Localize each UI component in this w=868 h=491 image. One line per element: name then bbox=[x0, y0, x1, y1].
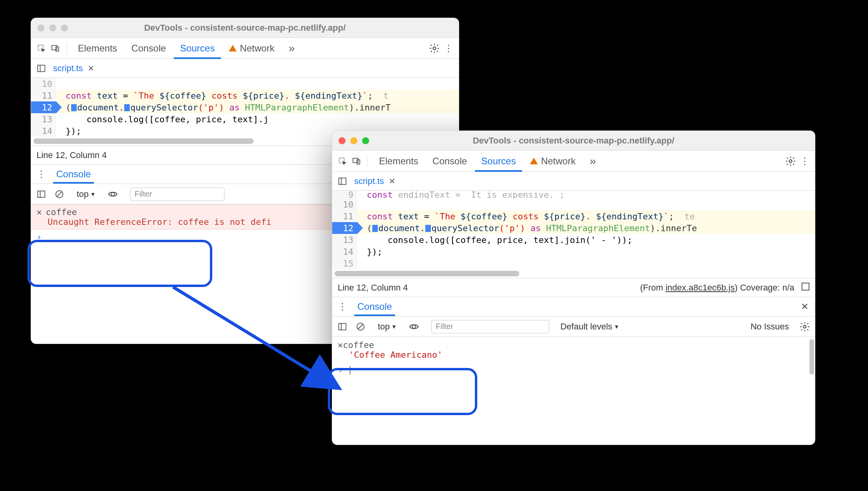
filter-input[interactable]: Filter bbox=[431, 320, 549, 333]
tab-network[interactable]: Network bbox=[223, 38, 281, 59]
collapse-icon[interactable]: ✕ bbox=[338, 340, 343, 350]
live-expression-icon[interactable] bbox=[408, 320, 420, 333]
warning-icon bbox=[530, 158, 538, 164]
panel-toggle-icon[interactable] bbox=[35, 62, 48, 75]
inspect-icon[interactable] bbox=[336, 155, 349, 167]
coverage-bar-icon[interactable] bbox=[802, 283, 809, 291]
overlay-badge-icon bbox=[71, 104, 77, 111]
main-toolbar: Elements Console Sources Network » ⋮ bbox=[332, 151, 815, 172]
traffic-lights[interactable] bbox=[338, 137, 369, 144]
cursor-position: Line 12, Column 4 bbox=[338, 283, 408, 293]
svg-line-20 bbox=[358, 324, 363, 329]
context-selector[interactable]: top ▼ bbox=[378, 322, 397, 332]
window-title: DevTools - consistent-source-map-pc.netl… bbox=[338, 136, 809, 146]
file-tabs: script.ts ✕ bbox=[332, 172, 815, 191]
source-map-link[interactable]: index.a8c1ec6b.js bbox=[666, 283, 735, 292]
vertical-scrollbar[interactable] bbox=[809, 339, 814, 375]
filter-input[interactable]: Filter bbox=[130, 188, 224, 201]
exec-line-number: 12 bbox=[31, 101, 56, 113]
line-number: 15 bbox=[332, 257, 357, 269]
text-caret bbox=[350, 366, 350, 375]
tab-sources[interactable]: Sources bbox=[475, 151, 522, 172]
minimize-icon[interactable] bbox=[49, 24, 56, 31]
svg-rect-17 bbox=[339, 323, 346, 330]
inspect-icon[interactable] bbox=[35, 42, 48, 55]
tab-console[interactable]: Console bbox=[125, 38, 172, 59]
drawer-tab-console[interactable]: Console bbox=[53, 165, 94, 184]
warning-icon bbox=[229, 45, 237, 51]
context-selector[interactable]: top ▼ bbox=[77, 189, 96, 199]
tabs-overflow[interactable]: » bbox=[583, 151, 602, 172]
console-result: 'Coffee Americano' bbox=[338, 350, 809, 360]
overlay-badge-icon bbox=[425, 225, 431, 232]
close-tab-icon[interactable]: ✕ bbox=[88, 64, 94, 73]
kebab-icon[interactable]: ⋮ bbox=[35, 168, 48, 180]
clear-console-icon[interactable] bbox=[354, 320, 367, 333]
svg-rect-15 bbox=[339, 178, 346, 184]
tab-elements[interactable]: Elements bbox=[373, 151, 425, 172]
evaluated-expression: coffee bbox=[46, 207, 77, 217]
drawer-tab-console[interactable]: Console bbox=[354, 297, 395, 316]
horizontal-scrollbar[interactable] bbox=[335, 271, 519, 276]
line-number: 10 bbox=[332, 199, 357, 210]
line-number: 10 bbox=[31, 78, 56, 90]
svg-point-14 bbox=[789, 160, 792, 162]
log-levels[interactable]: Default levels ▼ bbox=[560, 322, 619, 332]
sidebar-toggle-icon[interactable] bbox=[336, 320, 349, 333]
overlay-badge-icon bbox=[372, 225, 378, 232]
panel-toggle-icon[interactable] bbox=[336, 175, 349, 188]
device-toggle-icon[interactable] bbox=[49, 42, 62, 55]
tab-console[interactable]: Console bbox=[426, 151, 473, 172]
kebab-icon[interactable]: ⋮ bbox=[442, 42, 455, 55]
tabs-overflow[interactable]: » bbox=[282, 38, 301, 59]
code-line-12: (document.querySelector('p') as HTMLPara… bbox=[357, 223, 697, 233]
code-editor[interactable]: 9const endingText = It is expensive. ; 1… bbox=[332, 191, 815, 278]
live-expression-icon[interactable] bbox=[107, 188, 119, 200]
svg-point-21 bbox=[412, 325, 416, 328]
close-tab-icon[interactable]: ✕ bbox=[389, 177, 395, 186]
tab-elements[interactable]: Elements bbox=[72, 38, 123, 59]
error-x-icon: ✕ bbox=[37, 207, 42, 217]
line-number: 13 bbox=[31, 113, 56, 125]
devtools-window-right: DevTools - consistent-source-map-pc.netl… bbox=[332, 131, 815, 445]
code-line-14: }); bbox=[357, 247, 383, 257]
settings-icon[interactable] bbox=[798, 320, 811, 333]
code-line-11: const text = `The ${coffee} costs ${pric… bbox=[56, 91, 388, 101]
close-icon[interactable] bbox=[338, 137, 346, 144]
horizontal-scrollbar[interactable] bbox=[33, 138, 254, 144]
close-icon[interactable] bbox=[37, 24, 44, 31]
code-line-11: const text = `The ${coffee} costs ${pric… bbox=[357, 211, 695, 221]
file-tab-script[interactable]: script.ts ✕ bbox=[53, 63, 94, 74]
code-line-14: }); bbox=[56, 126, 81, 136]
titlebar: DevTools - consistent-source-map-pc.netl… bbox=[31, 18, 459, 38]
file-tab-label: script.ts bbox=[53, 63, 83, 74]
exec-line-number: 12 bbox=[332, 222, 357, 234]
file-tab-script[interactable]: script.ts ✕ bbox=[354, 176, 395, 186]
zoom-icon[interactable] bbox=[362, 137, 369, 144]
kebab-icon[interactable]: ⋮ bbox=[798, 155, 811, 167]
source-map-origin: (From index.a8c1ec6b.js) Coverage: n/a bbox=[640, 283, 809, 293]
line-number: 14 bbox=[332, 246, 357, 257]
line-number: 13 bbox=[332, 234, 357, 246]
close-drawer-icon[interactable]: ✕ bbox=[798, 300, 811, 313]
tab-network[interactable]: Network bbox=[524, 151, 582, 172]
zoom-icon[interactable] bbox=[61, 24, 68, 31]
svg-rect-6 bbox=[38, 191, 45, 197]
console-prompt[interactable]: › bbox=[332, 363, 815, 377]
line-number: 11 bbox=[332, 210, 357, 222]
sidebar-toggle-icon[interactable] bbox=[35, 188, 48, 200]
traffic-lights[interactable] bbox=[37, 24, 68, 31]
settings-icon[interactable] bbox=[784, 155, 797, 167]
svg-line-9 bbox=[57, 192, 62, 197]
settings-icon[interactable] bbox=[428, 42, 441, 55]
console-toolbar: top ▼ Filter Default levels ▼ No Issues bbox=[332, 316, 815, 337]
code-line-9: const endingText = It is expensive. ; bbox=[357, 191, 565, 199]
kebab-icon[interactable]: ⋮ bbox=[336, 300, 349, 313]
tab-sources[interactable]: Sources bbox=[174, 38, 221, 59]
minimize-icon[interactable] bbox=[350, 137, 357, 144]
clear-console-icon[interactable] bbox=[53, 188, 66, 200]
device-toggle-icon[interactable] bbox=[350, 155, 363, 167]
cursor-position: Line 12, Column 4 bbox=[37, 150, 107, 160]
line-number: 9 bbox=[332, 191, 357, 199]
no-issues-label[interactable]: No Issues bbox=[750, 322, 789, 332]
